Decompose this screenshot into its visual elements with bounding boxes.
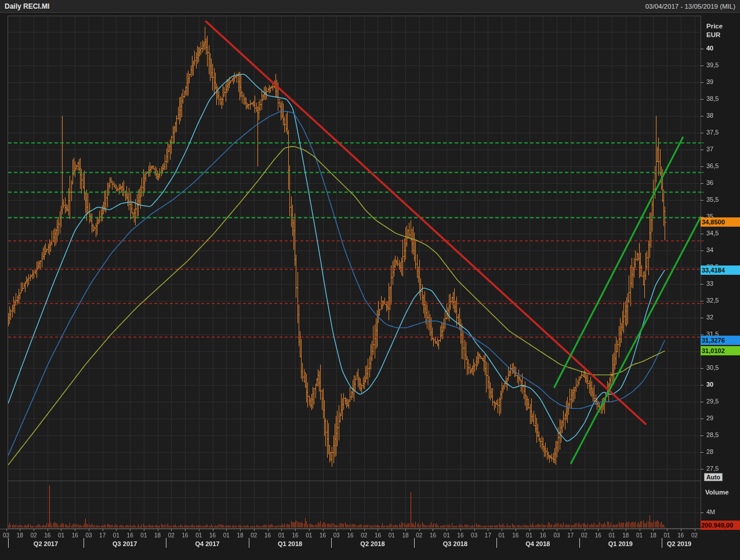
date-tick-label: 02 bbox=[168, 532, 175, 539]
date-tick-label: 01 bbox=[608, 532, 615, 539]
quarter-label: Q1 2018 bbox=[278, 540, 302, 547]
quarter-label: Q2 2017 bbox=[34, 540, 58, 547]
price-tick-label: 39 bbox=[706, 78, 713, 85]
date-tick-label: 01 bbox=[306, 532, 312, 539]
price-tick-label: 36,5 bbox=[706, 162, 719, 169]
ma-slow-badge: 31,0102 bbox=[701, 346, 740, 355]
date-tick-label: 16 bbox=[540, 532, 546, 539]
price-tick-label: 39,5 bbox=[706, 61, 719, 68]
date-tick-label: 16 bbox=[430, 532, 436, 539]
price-tick-label: 40 bbox=[706, 45, 713, 52]
price-tick-label: 35,5 bbox=[706, 196, 719, 203]
date-tick-label: 16 bbox=[127, 532, 133, 539]
date-tick-label: 02 bbox=[30, 532, 37, 539]
title-bar: Daily RECI.MI 03/04/2017 - 13/05/2019 (M… bbox=[0, 0, 740, 13]
date-tick-label: 01 bbox=[195, 532, 202, 539]
date-tick-label: 02 bbox=[691, 532, 698, 539]
date-tick-label: 01 bbox=[389, 532, 395, 539]
date-tick-label: 16 bbox=[512, 532, 518, 539]
date-tick-label: 18 bbox=[402, 532, 408, 539]
price-tick-label: 38 bbox=[706, 112, 713, 119]
chart-application-window: Daily RECI.MI 03/04/2017 - 13/05/2019 (M… bbox=[0, 0, 740, 560]
date-tick-label: 02 bbox=[416, 532, 422, 539]
volume-pane-title: Volume bbox=[705, 488, 729, 497]
date-tick-label: 03 bbox=[333, 532, 340, 539]
date-tick-label: 03 bbox=[85, 532, 92, 539]
date-tick-label: 16 bbox=[264, 532, 271, 539]
date-tick-label: 16 bbox=[44, 532, 50, 539]
date-tick-label: 01 bbox=[278, 532, 285, 539]
date-tick-label: 01 bbox=[140, 532, 147, 539]
quarter-label: Q1 2019 bbox=[608, 540, 633, 547]
date-tick-label: 16 bbox=[209, 532, 216, 539]
ma-fast-badge: 33,4184 bbox=[701, 266, 740, 275]
price-tick-label: 30 bbox=[706, 381, 713, 388]
price-tick-label: 32 bbox=[706, 314, 713, 321]
volume-axis-tick: 4M bbox=[706, 508, 715, 515]
price-chart-canvas[interactable] bbox=[0, 0, 740, 560]
price-tick-label: 27,5 bbox=[706, 465, 719, 472]
price-tick-label: 29,5 bbox=[706, 398, 719, 405]
date-tick-label: 16 bbox=[677, 532, 684, 539]
price-tick-label: 37,5 bbox=[706, 129, 719, 136]
date-tick-label: 01 bbox=[113, 532, 119, 539]
price-axis-title-line2: EUR bbox=[706, 31, 723, 39]
quarter-label: Q3 2017 bbox=[113, 540, 137, 547]
date-tick-label: 16 bbox=[595, 532, 601, 539]
ma-medium-badge: 31,3276 bbox=[701, 336, 740, 345]
date-tick-label: 17 bbox=[99, 532, 106, 539]
auto-scale-button[interactable]: Auto bbox=[704, 473, 723, 481]
date-tick-label: 17 bbox=[485, 532, 491, 539]
date-tick-label: 16 bbox=[320, 532, 326, 539]
price-tick-label: 34 bbox=[706, 246, 713, 253]
price-tick-label: 34,5 bbox=[706, 230, 719, 237]
price-tick-label: 32,5 bbox=[706, 297, 719, 304]
date-tick-label: 16 bbox=[72, 532, 78, 539]
date-tick-label: 01 bbox=[444, 532, 450, 539]
quarter-label: Q2 2018 bbox=[360, 540, 384, 547]
date-tick-label: 01 bbox=[58, 532, 64, 539]
quarter-label: Q4 2018 bbox=[525, 540, 550, 547]
date-tick-label: 16 bbox=[375, 532, 381, 539]
price-tick-label: 38,5 bbox=[706, 95, 719, 102]
date-tick-label: 18 bbox=[237, 532, 244, 539]
date-tick-label: 02 bbox=[251, 532, 257, 539]
date-tick-label: 18 bbox=[154, 532, 161, 539]
date-tick-label: 16 bbox=[347, 532, 353, 539]
price-tick-label: 30,5 bbox=[706, 364, 719, 371]
quarter-label: Q3 2018 bbox=[443, 540, 467, 547]
price-tick-label: 28,5 bbox=[706, 431, 719, 438]
date-tick-label: 17 bbox=[567, 532, 574, 539]
quarter-label: Q2 2019 bbox=[667, 540, 691, 547]
date-tick-label: 01 bbox=[499, 532, 505, 539]
date-tick-label: 02 bbox=[581, 532, 587, 539]
quarter-label: Q4 2017 bbox=[195, 540, 219, 547]
date-tick-label: 16 bbox=[182, 532, 188, 539]
price-tick-label: 37 bbox=[706, 146, 713, 152]
date-tick-label: 18 bbox=[622, 532, 629, 539]
date-tick-label: 16 bbox=[457, 532, 463, 539]
date-tick-label: 01 bbox=[223, 532, 230, 539]
date-tick-label: 01 bbox=[636, 532, 643, 539]
date-tick-label: 18 bbox=[650, 532, 656, 539]
date-tick-label: 02 bbox=[361, 532, 367, 539]
date-range-label: 03/04/2017 - 13/05/2019 (MIL) bbox=[645, 3, 735, 10]
price-axis-title-line1: Price bbox=[706, 22, 723, 31]
date-tick-label: 03 bbox=[471, 532, 477, 539]
volume-last-value-badge: 200.949,00 bbox=[701, 521, 740, 530]
price-tick-label: 28 bbox=[706, 448, 713, 455]
chart-title: Daily RECI.MI bbox=[5, 2, 49, 10]
date-tick-label: 03 bbox=[554, 532, 560, 539]
price-tick-label: 29 bbox=[706, 414, 713, 421]
date-tick-label: 03 bbox=[3, 532, 9, 539]
date-tick-label: 18 bbox=[17, 532, 23, 539]
date-tick-label: 01 bbox=[526, 532, 532, 539]
price-axis-title: Price EUR bbox=[706, 22, 723, 39]
date-tick-label: 16 bbox=[292, 532, 298, 539]
date-tick-label: 01 bbox=[663, 532, 670, 539]
price-tick-label: 36 bbox=[706, 179, 713, 186]
price-tick-label: 33 bbox=[706, 280, 713, 287]
last-price-badge: 34,8500 bbox=[701, 217, 740, 227]
